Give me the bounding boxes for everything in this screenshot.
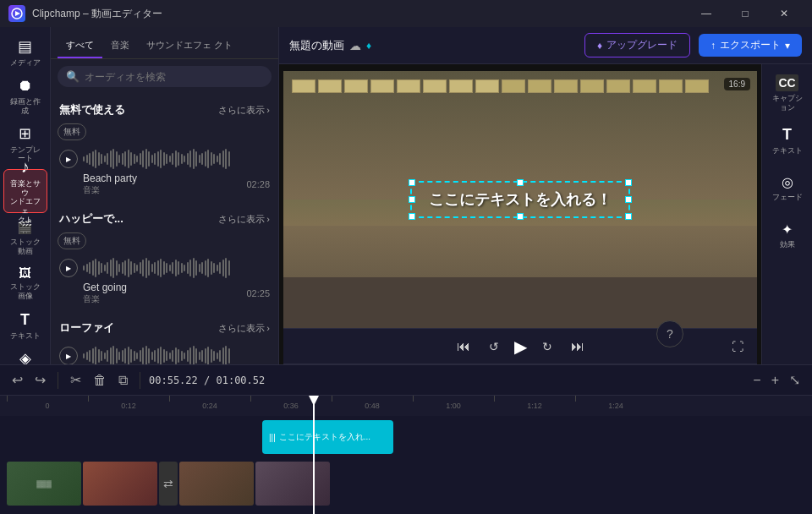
forward5-button[interactable]: ↻ bbox=[539, 336, 556, 357]
graphics-icon: ◈ bbox=[19, 349, 31, 364]
resize-handle-bm[interactable] bbox=[517, 213, 524, 220]
right-panel-fader[interactable]: ◎ フェード bbox=[765, 166, 809, 210]
sidebar-item-text[interactable]: T テキスト bbox=[3, 308, 47, 344]
section-lofi-header: ローファイ さらに表示 › bbox=[58, 312, 272, 341]
video-clip-4[interactable] bbox=[255, 462, 330, 506]
top-toolbar: 無題の動画 ☁ ♦ ♦ アップグレード ↑ エクスポート ▾ bbox=[279, 27, 812, 64]
playhead[interactable] bbox=[313, 396, 315, 514]
ruler-mark-0: 0 bbox=[7, 402, 88, 410]
undo-button[interactable]: ↩ bbox=[8, 370, 26, 390]
play-pause-button[interactable]: ▶ bbox=[514, 336, 527, 357]
captions-icon: CC bbox=[776, 74, 798, 91]
show-more-happy[interactable]: さらに表示 › bbox=[218, 213, 270, 226]
sidebar-item-label: メディア bbox=[10, 58, 41, 68]
search-box[interactable]: 🔍 bbox=[58, 66, 272, 87]
preview-area: ここにテキストを入れる！ 16:9 ⏮ ↺ ▶ ↻ ⏭ ⛶ ? bbox=[279, 64, 761, 364]
main-content: ▤ メディア ⏺ 録画と作成 ⊞ テンプレート ♪ 音楽とサウンドエフェクト ←… bbox=[0, 27, 812, 364]
sidebar-item-music[interactable]: ♪ 音楽とサウンドエフェクト ← bbox=[3, 169, 47, 213]
upgrade-button[interactable]: ♦ アップグレード bbox=[584, 33, 690, 57]
zoom-out-button[interactable]: − bbox=[749, 371, 764, 390]
play-rainy-days[interactable]: ▶ bbox=[59, 347, 78, 364]
audio-controls-3: ▶ bbox=[59, 344, 270, 364]
sidebar-item-stock-image[interactable]: 🖼 ストック画像 bbox=[3, 262, 47, 304]
section-free-title: 無料で使える bbox=[59, 102, 125, 118]
ruler-mark-2: 0:24 bbox=[169, 402, 250, 410]
audio-name-2: Get going bbox=[83, 282, 127, 293]
delete-button[interactable]: 🗑 bbox=[90, 371, 110, 390]
copy-button[interactable]: ⧉ bbox=[115, 371, 131, 390]
tab-all[interactable]: すべて bbox=[58, 34, 102, 58]
ruler-mark-1: 0:12 bbox=[88, 402, 169, 410]
audio-duration: 02:28 bbox=[246, 179, 270, 189]
search-icon: 🔍 bbox=[66, 70, 80, 83]
fader-label: フェード bbox=[772, 193, 803, 202]
show-more-free[interactable]: さらに表示 › bbox=[218, 104, 270, 117]
ruler-mark-5: 1:00 bbox=[413, 402, 494, 410]
video-clip-2[interactable] bbox=[83, 462, 157, 506]
video-clip-1[interactable]: ▓▓▓ bbox=[7, 462, 81, 506]
audio-meta-beach-party: Beach party 音楽 02:28 bbox=[59, 172, 270, 196]
waveform-get-going bbox=[83, 256, 270, 280]
play-beach-party[interactable]: ▶ bbox=[59, 150, 78, 168]
video-track-row: ▓▓▓ ⇄ bbox=[0, 458, 812, 509]
resize-handle-tl[interactable] bbox=[409, 179, 415, 186]
timeline-area: 0 0:12 0:24 0:36 0:48 1:00 1:12 1:24 |||… bbox=[0, 396, 812, 514]
text-track-row: ||| ここにテキストを入れ... bbox=[0, 416, 812, 458]
app-logo bbox=[8, 5, 25, 22]
video-clip-3[interactable] bbox=[179, 462, 254, 506]
cut-button[interactable]: ✂ bbox=[67, 370, 85, 390]
show-more-lofi[interactable]: さらに表示 › bbox=[218, 322, 270, 335]
transition-icon[interactable]: ⇄ bbox=[159, 462, 178, 506]
export-button[interactable]: ↑ エクスポート ▾ bbox=[699, 34, 802, 57]
close-button[interactable]: ✕ bbox=[765, 0, 804, 27]
sidebar-item-label: ストック動画 bbox=[7, 238, 44, 256]
maximize-button[interactable]: □ bbox=[726, 0, 765, 27]
search-input[interactable] bbox=[85, 71, 263, 83]
right-panel-effects[interactable]: ✦ 効果 bbox=[765, 213, 809, 257]
redo-button[interactable]: ↪ bbox=[31, 370, 49, 390]
record-icon: ⏺ bbox=[18, 77, 33, 95]
section-happy-header: ハッピーで... さらに表示 › bbox=[58, 203, 272, 232]
sidebar-item-media[interactable]: ▤ メディア bbox=[3, 34, 47, 71]
help-button[interactable]: ? bbox=[656, 320, 683, 347]
skip-back-button[interactable]: ⏮ bbox=[453, 336, 474, 358]
project-name-area: 無題の動画 ☁ ♦ bbox=[289, 38, 371, 53]
overlay-text: ここにテキストを入れる！ bbox=[429, 191, 612, 208]
sidebar-item-record[interactable]: ⏺ 録画と作成 bbox=[3, 74, 47, 118]
fit-button[interactable]: ⤡ bbox=[786, 370, 804, 390]
text-overlay[interactable]: ここにテキストを入れる！ bbox=[410, 181, 630, 218]
sidebar-item-label: テキスト bbox=[10, 331, 41, 341]
right-panel-text[interactable]: T テキスト bbox=[765, 118, 809, 162]
audio-type: 音楽 bbox=[83, 184, 137, 196]
minimize-button[interactable]: — bbox=[687, 0, 726, 27]
audio-controls-2: ▶ bbox=[59, 256, 270, 280]
resize-handle-ml[interactable] bbox=[409, 196, 415, 203]
resize-handle-tm[interactable] bbox=[517, 179, 524, 186]
audio-duration-2: 02:25 bbox=[246, 288, 270, 298]
tab-sfx[interactable]: サウンドエフェ クト bbox=[138, 34, 241, 58]
audio-controls: ▶ bbox=[59, 147, 270, 171]
skip-forward-button[interactable]: ⏭ bbox=[568, 336, 588, 358]
play-get-going[interactable]: ▶ bbox=[59, 259, 78, 277]
zoom-in-button[interactable]: + bbox=[768, 371, 782, 390]
waveform-beach-party bbox=[83, 147, 270, 171]
free-badge-1: 無料 bbox=[58, 123, 86, 140]
music-icon: ♪ bbox=[21, 157, 30, 177]
timeline-ruler: 0 0:12 0:24 0:36 0:48 1:00 1:12 1:24 bbox=[0, 396, 812, 416]
sidebar-item-graphics[interactable]: ◈ グラフィックス bbox=[3, 347, 47, 364]
ruler-mark-4: 0:48 bbox=[332, 402, 413, 410]
right-panel-captions[interactable]: CC キャプション bbox=[765, 71, 809, 115]
cloud-sync-icon: ♦ bbox=[366, 40, 371, 52]
resize-handle-mr[interactable] bbox=[625, 196, 632, 203]
fullscreen-button[interactable]: ⛶ bbox=[728, 336, 747, 357]
resize-handle-br[interactable] bbox=[625, 213, 632, 220]
resize-handle-bl[interactable] bbox=[409, 213, 415, 220]
titlebar: Clipchamp – 動画エディター — □ ✕ bbox=[0, 0, 812, 27]
tab-music[interactable]: 音楽 bbox=[102, 34, 138, 58]
back5-button[interactable]: ↺ bbox=[486, 336, 502, 357]
timeline-section: ↩ ↪ ✂ 🗑 ⧉ 00:55.22 / 01:00.52 − + ⤡ 0 0:… bbox=[0, 364, 812, 514]
sidebar-icons: ▤ メディア ⏺ 録画と作成 ⊞ テンプレート ♪ 音楽とサウンドエフェクト ←… bbox=[0, 27, 51, 364]
text-clip[interactable]: ||| ここにテキストを入れ... bbox=[262, 420, 393, 454]
resize-handle-tr[interactable] bbox=[625, 179, 632, 186]
cloud-icon: ☁ bbox=[349, 39, 361, 52]
